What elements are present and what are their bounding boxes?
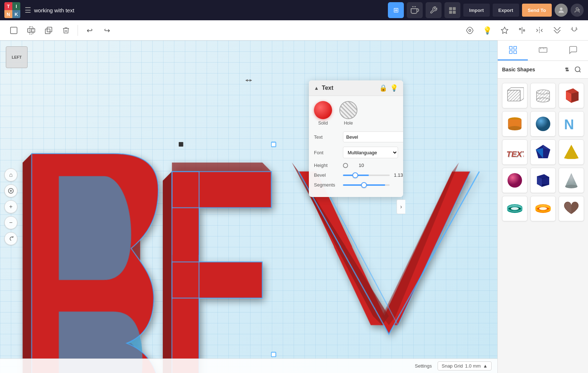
bevel-slider[interactable]: [343, 175, 390, 176]
height-row: Height 10: [314, 163, 398, 168]
font-select[interactable]: Multilanguage: [343, 147, 398, 158]
shapes-title: Basic Shapes: [502, 67, 535, 72]
duplicate-button[interactable]: [41, 22, 57, 38]
shape-sphere-pink[interactable]: [502, 168, 527, 193]
prop-eye-button[interactable]: 💡: [390, 84, 398, 92]
rotation-handle[interactable]: [245, 77, 252, 86]
bevel-value: 1.135: [393, 172, 403, 178]
height-slider-handle[interactable]: [343, 163, 348, 168]
export-button[interactable]: Export: [493, 4, 519, 17]
shapes-dropdown[interactable]: Basic Shapes ⇅: [502, 67, 569, 72]
text-input[interactable]: [343, 131, 403, 142]
svg-point-7: [560, 8, 562, 10]
svg-rect-29: [172, 262, 262, 298]
snap-grid-label: Snap Grid: [442, 363, 463, 369]
topbar-right: ⊞ Import Export Send To: [388, 2, 584, 18]
shape-tools-button[interactable]: [497, 22, 513, 38]
import-button[interactable]: Import: [463, 4, 489, 17]
tinker-btn[interactable]: [426, 2, 442, 18]
shape-cube-red[interactable]: [559, 83, 584, 108]
svg-rect-3: [449, 7, 452, 10]
shape-text-n[interactable]: N: [559, 111, 584, 137]
nav-cube-face: LEFT: [6, 46, 28, 68]
svg-point-56: [537, 98, 550, 102]
shape-box-blue[interactable]: [530, 168, 556, 193]
shape-torus-orange[interactable]: [530, 196, 556, 221]
snap-grid-control[interactable]: Snap Grid 1.0 mm ▲: [438, 361, 492, 370]
view-toggle-button[interactable]: [462, 22, 478, 38]
redo-button[interactable]: ↪: [99, 22, 115, 38]
zoom-out-button[interactable]: −: [4, 216, 17, 229]
height-value: 10: [351, 163, 364, 168]
solid-option[interactable]: Solid: [314, 101, 332, 126]
snap-grid-arrow[interactable]: ▲: [483, 363, 488, 369]
home-button[interactable]: ⌂: [4, 168, 17, 181]
tab-notes[interactable]: [558, 41, 588, 60]
settings-bar: Settings Snap Grid 1.0 mm ▲: [0, 359, 497, 373]
shape-heart-brown[interactable]: [559, 196, 584, 221]
text-row: Text: [314, 131, 398, 142]
undo-button[interactable]: ↩: [82, 22, 98, 38]
panel-collapse-arrow[interactable]: ›: [397, 200, 405, 214]
warp-button[interactable]: [549, 22, 565, 38]
svg-rect-6: [453, 11, 456, 14]
shapes-dropdown-arrow: ⇅: [565, 67, 569, 72]
logo-n: N: [4, 10, 12, 18]
segments-label: Segments: [314, 182, 340, 188]
prop-collapse-button[interactable]: ▲: [314, 85, 319, 91]
codeblocks-btn[interactable]: [444, 2, 460, 18]
svg-point-47: [575, 67, 580, 72]
zoom-in-button[interactable]: +: [4, 200, 17, 213]
community-btn[interactable]: [407, 2, 423, 18]
shape-torus-teal[interactable]: [502, 196, 527, 221]
top-bar: T I N K ☰ working with text ⊞ Import Exp…: [0, 0, 588, 20]
zoom-fit-button[interactable]: [4, 184, 17, 197]
svg-marker-74: [565, 173, 577, 186]
align-button[interactable]: [514, 22, 530, 38]
settings-label[interactable]: Settings: [415, 363, 432, 369]
new-shape-button[interactable]: [6, 22, 22, 38]
left-controls: ⌂ + −: [4, 168, 17, 245]
viewport[interactable]: LEFT ⌂ + −: [0, 41, 497, 373]
shape-sphere-blue[interactable]: [530, 111, 556, 137]
segments-row: Segments 5: [314, 182, 398, 188]
rotate-view-button[interactable]: [4, 232, 17, 245]
logo-k: K: [12, 10, 20, 18]
svg-rect-37: [179, 142, 183, 147]
svg-point-61: [508, 126, 521, 130]
light-button[interactable]: 💡: [479, 22, 495, 38]
tab-grid[interactable]: [498, 41, 528, 60]
shape-cone-grey[interactable]: [559, 168, 584, 193]
shape-pyramid-yellow[interactable]: [559, 139, 584, 165]
svg-rect-32: [172, 262, 262, 298]
nav-cube[interactable]: LEFT: [6, 46, 35, 75]
group-button[interactable]: [23, 22, 39, 38]
svg-rect-16: [47, 27, 52, 32]
prop-panel-body: Solid Hole Text Font Multilangua: [309, 96, 403, 197]
shape-cylinder-orange[interactable]: [502, 111, 527, 137]
prop-panel-title: Text: [322, 85, 376, 91]
material-toggle: Solid Hole: [314, 101, 398, 126]
shape-cylinder-striped[interactable]: [530, 83, 556, 108]
logo-i: I: [12, 2, 20, 10]
delete-button[interactable]: [58, 22, 74, 38]
gallery-btn[interactable]: ⊞: [388, 2, 404, 18]
hole-option[interactable]: Hole: [339, 101, 357, 126]
prop-lock-button[interactable]: 🔒: [379, 84, 387, 92]
svg-rect-27: [172, 172, 199, 373]
svg-rect-4: [453, 7, 456, 10]
shape-gem-blue[interactable]: [530, 139, 556, 165]
avatar[interactable]: [555, 4, 568, 17]
tab-ruler[interactable]: [528, 41, 558, 60]
magnet-button[interactable]: [566, 22, 582, 38]
svg-point-64: [536, 117, 550, 131]
sendto-button[interactable]: Send To: [522, 4, 552, 17]
shape-text-red[interactable]: TEXT TEXT: [502, 139, 527, 165]
segments-slider[interactable]: [343, 184, 390, 186]
svg-rect-40: [509, 51, 512, 54]
shape-box-striped[interactable]: [502, 83, 527, 108]
mirror-button[interactable]: [531, 22, 547, 38]
menu-icon[interactable]: ☰: [25, 6, 31, 14]
search-shapes-button[interactable]: [572, 64, 584, 75]
add-user-button[interactable]: [571, 4, 584, 17]
